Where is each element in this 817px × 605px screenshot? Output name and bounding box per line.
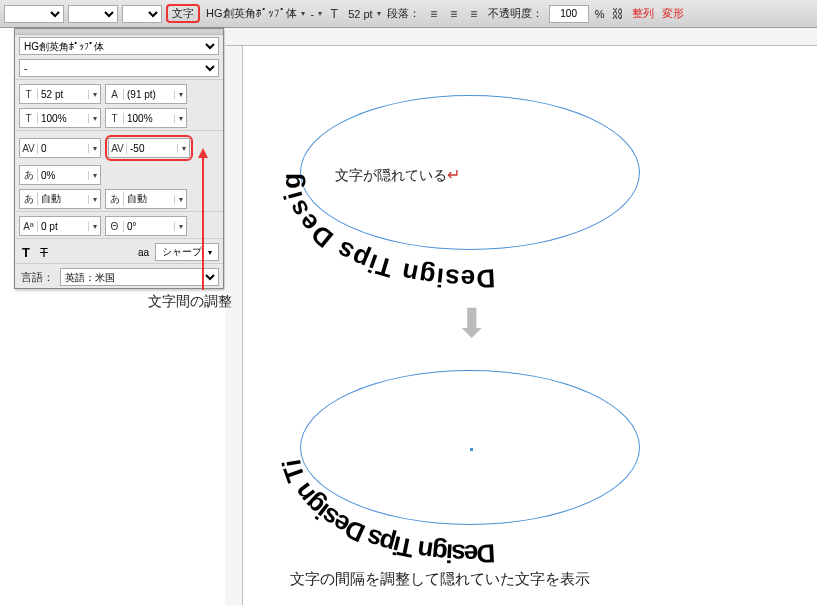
horizontal-ruler bbox=[225, 28, 817, 46]
kerning-field[interactable]: AV▾ bbox=[19, 138, 101, 158]
kerning-icon: AV bbox=[20, 143, 38, 154]
t-strike-icon[interactable]: T bbox=[37, 245, 51, 260]
hidden-text-annotation: 文字が隠れている↵ bbox=[335, 165, 460, 185]
font-size-icon: T bbox=[20, 89, 38, 100]
transform-link[interactable]: 変形 bbox=[660, 6, 686, 21]
baseline-icon: Aª bbox=[20, 221, 38, 232]
tsume-field[interactable]: あ▾ bbox=[19, 165, 101, 185]
tracking-adjust-annotation: 文字間の調整 bbox=[148, 293, 232, 311]
vscale-field[interactable]: T▾ bbox=[105, 108, 187, 128]
tracking-field[interactable]: AV▾ bbox=[108, 138, 190, 158]
horizontal-auto-field[interactable]: あ▾ bbox=[105, 189, 187, 209]
align-left-icon[interactable]: ≡ bbox=[426, 6, 442, 22]
font-size-icon: T bbox=[326, 6, 342, 22]
unknown-select-1[interactable] bbox=[4, 5, 64, 23]
character-panel: HG創英角ﾎﾟｯﾌﾟ体 - T▾ A▾ T▾ T▾ AV▾ AV▾ あ▾ あ▾ … bbox=[14, 28, 224, 289]
leading-icon: A bbox=[106, 89, 124, 100]
character-tab[interactable]: 文字 bbox=[170, 7, 196, 19]
align-right-icon[interactable]: ≡ bbox=[466, 6, 482, 22]
rotate-icon: Θ bbox=[106, 221, 124, 232]
panel-font-family[interactable]: HG創英角ﾎﾟｯﾌﾟ体 bbox=[19, 37, 219, 55]
font-family-dropdown[interactable]: HG創英角ﾎﾟｯﾌﾟ体 bbox=[204, 6, 305, 21]
unknown-select-2[interactable] bbox=[68, 5, 118, 23]
hscale-icon: T bbox=[20, 113, 38, 124]
percent-label: % bbox=[593, 8, 607, 20]
antialias-label: aa bbox=[136, 247, 151, 258]
rotate-field[interactable]: Θ▾ bbox=[105, 216, 187, 236]
unknown-select-3[interactable] bbox=[122, 5, 162, 23]
leading-field[interactable]: A▾ bbox=[105, 84, 187, 104]
top-toolbar: 文字 HG創英角ﾎﾟｯﾌﾟ体 - T 52 pt 段落： ≡ ≡ ≡ 不透明度：… bbox=[0, 0, 817, 28]
vertical-ruler bbox=[225, 46, 243, 605]
align-link[interactable]: 整列 bbox=[630, 6, 656, 21]
tracking-highlight: AV▾ bbox=[105, 135, 193, 161]
antialias-dropdown[interactable]: シャープ bbox=[155, 243, 219, 261]
opacity-input[interactable] bbox=[549, 5, 589, 23]
font-size-field[interactable]: T▾ bbox=[19, 84, 101, 104]
vauto-icon: あ bbox=[20, 192, 38, 206]
language-label: 言語： bbox=[19, 270, 56, 285]
font-size-dropdown[interactable]: 52 pt bbox=[346, 8, 380, 20]
bottom-annotation: 文字の間隔を調整して隠れていた文字を表示 bbox=[290, 570, 590, 589]
text-path-ellipse-after[interactable] bbox=[300, 370, 640, 525]
hscale-field[interactable]: T▾ bbox=[19, 108, 101, 128]
hauto-icon: あ bbox=[106, 192, 124, 206]
panel-font-style[interactable]: - bbox=[19, 59, 219, 77]
vscale-icon: T bbox=[106, 113, 124, 124]
arrow-down-icon: ⬇ bbox=[455, 300, 489, 346]
link-icon[interactable]: ⛓ bbox=[610, 6, 626, 22]
font-style-dropdown[interactable]: - bbox=[309, 8, 323, 20]
opacity-label: 不透明度： bbox=[486, 6, 545, 21]
language-dropdown[interactable]: 英語：米国 bbox=[60, 268, 219, 286]
character-tab-highlight: 文字 bbox=[166, 4, 200, 23]
vertical-auto-field[interactable]: あ▾ bbox=[19, 189, 101, 209]
tsume-icon: あ bbox=[20, 168, 38, 182]
align-center-icon[interactable]: ≡ bbox=[446, 6, 462, 22]
tracking-arrow bbox=[202, 150, 204, 290]
paragraph-label: 段落： bbox=[385, 6, 422, 21]
t-caps-icon[interactable]: T bbox=[19, 245, 33, 260]
tracking-icon: AV bbox=[109, 143, 127, 154]
baseline-field[interactable]: Aª▾ bbox=[19, 216, 101, 236]
